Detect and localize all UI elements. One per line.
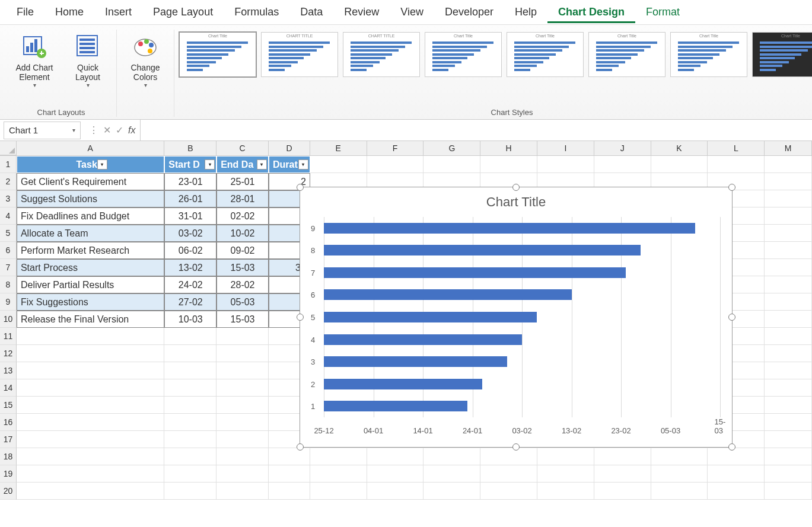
cell-B11[interactable] (164, 328, 216, 345)
cell-M10[interactable] (765, 311, 812, 328)
resize-handle-n[interactable] (512, 184, 520, 191)
cell-B5[interactable]: 03-02 (164, 225, 216, 242)
tab-review[interactable]: Review (333, 1, 390, 23)
cell-C17[interactable] (216, 431, 269, 448)
col-header-B[interactable]: B (164, 141, 216, 155)
cell-I20[interactable] (537, 483, 594, 500)
cell-C6[interactable]: 09-02 (216, 242, 269, 259)
cell-H1[interactable] (480, 156, 537, 173)
cell-J19[interactable] (594, 465, 651, 483)
bar-series1-5[interactable] (324, 312, 537, 322)
chart-style-thumb-4[interactable]: Chart Title (425, 32, 502, 77)
col-header-J[interactable]: J (594, 141, 651, 155)
tab-view[interactable]: View (390, 1, 434, 23)
cell-C9[interactable]: 05-03 (216, 293, 269, 311)
cell-K19[interactable] (651, 465, 708, 483)
cell-M4[interactable] (765, 207, 812, 225)
cell-C7[interactable]: 15-03 (216, 259, 269, 276)
cell-F20[interactable] (367, 483, 424, 500)
cell-A14[interactable] (17, 379, 164, 397)
embedded-chart[interactable]: Chart Title 25-1204-0114-0124-0103-0213-… (300, 187, 733, 448)
chart-style-thumb-5[interactable]: Chart Title (507, 32, 584, 77)
cell-H19[interactable] (480, 465, 537, 483)
cell-C15[interactable] (216, 397, 269, 414)
row-header-7[interactable]: 7 (0, 259, 17, 276)
cell-A13[interactable] (17, 362, 164, 379)
cell-C11[interactable] (216, 328, 269, 345)
tab-help[interactable]: Help (504, 1, 547, 23)
cell-A4[interactable]: Fix Deadlines and Budget (17, 207, 164, 225)
cell-M5[interactable] (765, 225, 812, 242)
row-header-2[interactable]: 2 (0, 173, 17, 190)
cell-E19[interactable] (310, 465, 367, 483)
cell-K20[interactable] (651, 483, 708, 500)
cell-A15[interactable] (17, 397, 164, 414)
bar-series1-8[interactable] (324, 245, 641, 255)
cell-B9[interactable]: 27-02 (164, 293, 216, 311)
cell-D20[interactable] (269, 483, 310, 500)
cell-C1[interactable]: End Da▾ (216, 156, 269, 173)
ellipsis-icon[interactable]: ⋮ (89, 124, 98, 136)
cell-B8[interactable]: 24-02 (164, 276, 216, 293)
cell-M6[interactable] (765, 242, 812, 259)
cell-L18[interactable] (708, 448, 765, 465)
cell-E1[interactable] (310, 156, 367, 173)
cell-C4[interactable]: 02-02 (216, 207, 269, 225)
row-header-17[interactable]: 17 (0, 431, 17, 448)
cell-C13[interactable] (216, 362, 269, 379)
cell-C2[interactable]: 25-01 (216, 173, 269, 190)
row-header-15[interactable]: 15 (0, 397, 17, 414)
cell-A10[interactable]: Release the Final Version (17, 311, 164, 328)
cell-K18[interactable] (651, 448, 708, 465)
cell-B20[interactable] (164, 483, 216, 500)
cell-B4[interactable]: 31-01 (164, 207, 216, 225)
cell-A6[interactable]: Perform Market Research (17, 242, 164, 259)
tab-file[interactable]: File (6, 1, 44, 23)
cell-A5[interactable]: Allocate a Team (17, 225, 164, 242)
row-header-16[interactable]: 16 (0, 414, 17, 431)
cell-B18[interactable] (164, 448, 216, 465)
cell-A16[interactable] (17, 414, 164, 431)
cell-A18[interactable] (17, 448, 164, 465)
cell-C19[interactable] (216, 465, 269, 483)
filter-button-durat[interactable]: ▾ (298, 159, 308, 170)
cell-A11[interactable] (17, 328, 164, 345)
add-chart-element-button[interactable]: Add Chart Element ▾ (11, 30, 58, 88)
bar-series1-4[interactable] (324, 334, 522, 345)
formula-input[interactable] (140, 120, 812, 140)
cell-M2[interactable] (765, 173, 812, 190)
cell-D1[interactable]: Durat▾ (269, 156, 310, 173)
cell-L20[interactable] (708, 483, 765, 500)
col-header-L[interactable]: L (708, 141, 765, 155)
cell-K1[interactable] (651, 156, 708, 173)
col-header-G[interactable]: G (423, 141, 480, 155)
filter-button-end-da[interactable]: ▾ (257, 159, 267, 170)
cell-M13[interactable] (765, 362, 812, 379)
cell-D19[interactable] (269, 465, 310, 483)
cell-A19[interactable] (17, 465, 164, 483)
cell-E18[interactable] (310, 448, 367, 465)
row-header-9[interactable]: 9 (0, 293, 17, 311)
row-header-10[interactable]: 10 (0, 311, 17, 328)
plot-area[interactable]: 25-1204-0114-0124-0103-0213-0223-0205-03… (324, 217, 720, 417)
row-header-12[interactable]: 12 (0, 345, 17, 362)
cell-B1[interactable]: Start D▾ (164, 156, 216, 173)
fx-icon[interactable]: fx (128, 125, 135, 136)
cell-M16[interactable] (765, 414, 812, 431)
filter-button-task[interactable]: ▾ (97, 159, 107, 170)
cell-I18[interactable] (537, 448, 594, 465)
cell-M9[interactable] (765, 293, 812, 311)
cell-B6[interactable]: 06-02 (164, 242, 216, 259)
cell-M18[interactable] (765, 448, 812, 465)
cell-M19[interactable] (765, 465, 812, 483)
cell-B2[interactable]: 23-01 (164, 173, 216, 190)
cell-M11[interactable] (765, 328, 812, 345)
cell-B13[interactable] (164, 362, 216, 379)
tab-formulas[interactable]: Formulas (224, 1, 289, 23)
cell-C18[interactable] (216, 448, 269, 465)
tab-developer[interactable]: Developer (434, 1, 504, 23)
cell-C12[interactable] (216, 345, 269, 362)
row-header-3[interactable]: 3 (0, 190, 17, 207)
bar-series1-2[interactable] (324, 379, 482, 389)
chart-style-thumb-7[interactable]: Chart Title (670, 32, 747, 77)
